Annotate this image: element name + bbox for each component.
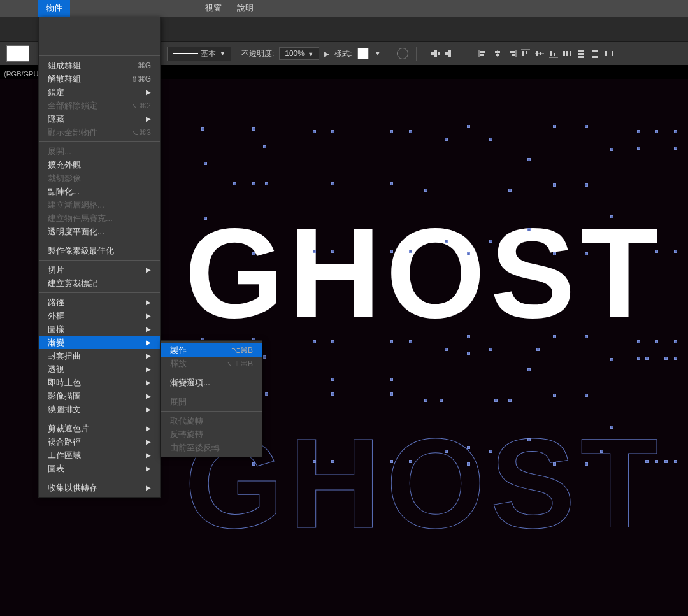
menu-item[interactable]: 剪裁遮色片▶ (39, 422, 160, 435)
anchor-point[interactable] (409, 250, 412, 253)
anchor-point[interactable] (553, 125, 556, 128)
anchor-point[interactable] (445, 138, 448, 141)
chevron-right-icon[interactable]: ▶ (324, 50, 329, 57)
anchor-point[interactable] (494, 399, 498, 402)
menu-item[interactable]: 工作區域▶ (39, 448, 160, 462)
anchor-point[interactable] (467, 125, 470, 128)
menu-item[interactable]: 透視▶ (39, 362, 160, 376)
anchor-point[interactable] (536, 348, 540, 351)
align-bottom-icon[interactable] (547, 48, 560, 59)
anchor-point[interactable] (204, 162, 207, 165)
anchor-point[interactable] (655, 340, 658, 343)
anchor-point[interactable] (331, 378, 334, 381)
anchor-point[interactable] (508, 399, 512, 402)
anchor-point[interactable] (508, 189, 512, 192)
anchor-point[interactable] (553, 394, 556, 397)
menu-item[interactable]: 複合路徑▶ (39, 435, 160, 448)
anchor-point[interactable] (313, 460, 316, 463)
menu-item[interactable]: 外框▶ (39, 309, 160, 322)
anchor-point[interactable] (585, 335, 588, 338)
anchor-point[interactable] (201, 127, 204, 131)
fill-swatch[interactable] (6, 45, 29, 62)
anchor-point[interactable] (664, 460, 668, 463)
anchor-point[interactable] (445, 240, 448, 243)
menu-item[interactable]: 即時上色▶ (39, 376, 160, 389)
anchor-point[interactable] (600, 450, 603, 453)
align-vcenter-icon[interactable] (533, 48, 546, 59)
anchor-point[interactable] (331, 250, 334, 253)
align-right-icon[interactable] (505, 48, 518, 59)
menu-item[interactable]: 影像描圖▶ (39, 389, 160, 403)
anchor-point[interactable] (467, 335, 470, 338)
anchor-point[interactable] (674, 357, 677, 360)
menu-help[interactable]: 說明 (229, 0, 261, 17)
anchor-point[interactable] (527, 228, 531, 231)
anchor-point[interactable] (585, 394, 588, 397)
align-icon[interactable] (429, 48, 442, 59)
anchor-point[interactable] (664, 357, 668, 360)
menu-item[interactable]: 製作像素級最佳化 (39, 244, 160, 257)
anchor-point[interactable] (489, 450, 492, 453)
anchor-point[interactable] (553, 335, 556, 338)
anchor-point[interactable] (527, 438, 531, 441)
anchor-point[interactable] (409, 460, 412, 463)
align-top-icon[interactable] (519, 48, 532, 59)
anchor-point[interactable] (674, 147, 677, 150)
menu-item[interactable]: 製作⌥⌘B (161, 343, 262, 357)
anchor-point[interactable] (390, 130, 393, 133)
anchor-point[interactable] (585, 252, 588, 255)
anchor-point[interactable] (331, 460, 334, 463)
menu-item[interactable]: 切片▶ (39, 263, 160, 276)
anchor-point[interactable] (553, 183, 556, 187)
anchor-point[interactable] (489, 138, 492, 141)
anchor-point[interactable] (252, 182, 255, 185)
menu-item[interactable]: 漸變▶ (39, 336, 160, 349)
anchor-point[interactable] (610, 426, 613, 429)
stroke-style-dropdown[interactable]: 基本 ▼ (167, 47, 231, 61)
menu-item[interactable]: 路徑▶ (39, 296, 160, 309)
menu-item[interactable]: 隱藏▶ (39, 112, 160, 125)
anchor-point[interactable] (655, 460, 658, 463)
anchor-point[interactable] (331, 340, 334, 343)
anchor-point[interactable] (467, 446, 470, 449)
distribute-icon[interactable] (589, 48, 602, 59)
distribute-icon[interactable] (603, 48, 616, 59)
anchor-point[interactable] (233, 182, 236, 185)
distribute-v-icon[interactable] (575, 48, 588, 59)
anchor-point[interactable] (424, 189, 427, 192)
anchor-point[interactable] (409, 340, 412, 343)
anchor-point[interactable] (390, 340, 393, 343)
anchor-point[interactable] (409, 130, 412, 133)
anchor-point[interactable] (263, 145, 266, 148)
menu-item[interactable]: 解散群組⇧⌘G (39, 72, 160, 85)
anchor-point[interactable] (313, 130, 316, 133)
anchor-point[interactable] (390, 460, 393, 463)
anchor-point[interactable] (674, 340, 677, 343)
anchor-point[interactable] (655, 250, 658, 253)
anchor-point[interactable] (204, 217, 207, 220)
anchor-point[interactable] (263, 355, 266, 359)
anchor-point[interactable] (674, 460, 677, 463)
anchor-point[interactable] (610, 215, 613, 218)
anchor-point[interactable] (252, 252, 255, 255)
style-swatch[interactable] (357, 48, 369, 59)
anchor-point[interactable] (390, 182, 393, 185)
menu-item[interactable]: 封套扭曲▶ (39, 349, 160, 362)
anchor-point[interactable] (390, 378, 393, 381)
anchor-point[interactable] (331, 392, 334, 396)
anchor-point[interactable] (527, 368, 531, 371)
menu-item[interactable]: 鎖定▶ (39, 85, 160, 99)
menu-item[interactable]: 圖表▶ (39, 462, 160, 475)
anchor-point[interactable] (655, 130, 658, 133)
anchor-point[interactable] (313, 340, 316, 343)
anchor-point[interactable] (424, 399, 427, 402)
anchor-point[interactable] (527, 158, 531, 161)
anchor-point[interactable] (331, 130, 334, 133)
anchor-point[interactable] (553, 252, 556, 255)
anchor-point[interactable] (467, 352, 470, 355)
anchor-point[interactable] (645, 357, 649, 360)
anchor-point[interactable] (610, 358, 613, 361)
anchor-point[interactable] (265, 182, 268, 185)
anchor-point[interactable] (265, 392, 268, 396)
globe-icon[interactable] (397, 48, 408, 59)
